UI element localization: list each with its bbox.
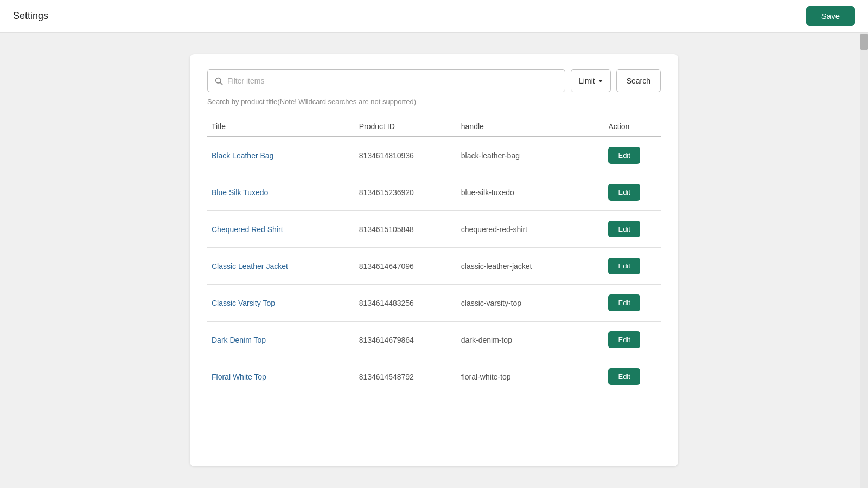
search-row: Limit Search xyxy=(207,69,661,92)
cell-title: Dark Denim Top xyxy=(207,322,355,358)
cell-title: Blue Silk Tuxedo xyxy=(207,174,355,211)
table-row: Classic Leather Jacket8134614647096class… xyxy=(207,248,661,285)
limit-button[interactable]: Limit xyxy=(571,69,611,92)
cell-action: Edit xyxy=(604,285,661,322)
page-title: Settings xyxy=(13,10,48,22)
cell-title: Classic Leather Jacket xyxy=(207,248,355,285)
cell-handle: chequered-red-shirt xyxy=(457,211,604,248)
main-content: Limit Search Search by product title(Not… xyxy=(0,33,868,488)
table-row: Dark Denim Top8134614679864dark-denim-to… xyxy=(207,322,661,358)
cell-product-id: 8134615105848 xyxy=(355,211,457,248)
svg-line-1 xyxy=(220,82,222,85)
col-header-title: Title xyxy=(207,117,355,137)
cell-action: Edit xyxy=(604,174,661,211)
edit-button[interactable]: Edit xyxy=(608,368,640,385)
cell-title: Chequered Red Shirt xyxy=(207,211,355,248)
table-header: Title Product ID handle Action xyxy=(207,117,661,137)
search-input[interactable] xyxy=(227,76,558,85)
cell-handle: blue-silk-tuxedo xyxy=(457,174,604,211)
products-table: Title Product ID handle Action Black Lea… xyxy=(207,117,661,395)
cell-title: Floral White Top xyxy=(207,358,355,395)
product-card: Limit Search Search by product title(Not… xyxy=(190,54,678,466)
cell-action: Edit xyxy=(604,322,661,358)
edit-button[interactable]: Edit xyxy=(608,147,640,164)
col-header-action: Action xyxy=(604,117,661,137)
cell-handle: classic-varsity-top xyxy=(457,285,604,322)
edit-button[interactable]: Edit xyxy=(608,294,640,311)
cell-product-id: 8134614483256 xyxy=(355,285,457,322)
table-row: Black Leather Bag8134614810936black-leat… xyxy=(207,137,661,174)
table-body: Black Leather Bag8134614810936black-leat… xyxy=(207,137,661,395)
edit-button[interactable]: Edit xyxy=(608,221,640,237)
edit-button[interactable]: Edit xyxy=(608,258,640,274)
scrollbar-thumb[interactable] xyxy=(860,34,868,50)
cell-handle: black-leather-bag xyxy=(457,137,604,174)
cell-action: Edit xyxy=(604,248,661,285)
edit-button[interactable]: Edit xyxy=(608,331,640,348)
cell-product-id: 8134614810936 xyxy=(355,137,457,174)
cell-product-id: 8134614548792 xyxy=(355,358,457,395)
table-row: Blue Silk Tuxedo8134615236920blue-silk-t… xyxy=(207,174,661,211)
search-hint: Search by product title(Note! Wildcard s… xyxy=(207,98,661,106)
edit-button[interactable]: Edit xyxy=(608,184,640,201)
table-row: Chequered Red Shirt8134615105848chequere… xyxy=(207,211,661,248)
limit-label: Limit xyxy=(579,76,595,85)
cell-handle: floral-white-top xyxy=(457,358,604,395)
cell-product-id: 8134614679864 xyxy=(355,322,457,358)
cell-title: Classic Varsity Top xyxy=(207,285,355,322)
cell-product-id: 8134615236920 xyxy=(355,174,457,211)
cell-handle: dark-denim-top xyxy=(457,322,604,358)
cell-action: Edit xyxy=(604,358,661,395)
cell-handle: classic-leather-jacket xyxy=(457,248,604,285)
save-button[interactable]: Save xyxy=(806,6,855,26)
table-row: Floral White Top8134614548792floral-whit… xyxy=(207,358,661,395)
cell-title: Black Leather Bag xyxy=(207,137,355,174)
header: Settings Save xyxy=(0,0,868,33)
cell-action: Edit xyxy=(604,137,661,174)
cell-product-id: 8134614647096 xyxy=(355,248,457,285)
search-button[interactable]: Search xyxy=(616,69,661,92)
search-icon xyxy=(214,76,223,85)
cell-action: Edit xyxy=(604,211,661,248)
col-header-handle: handle xyxy=(457,117,604,137)
scrollbar-track[interactable] xyxy=(860,33,868,488)
chevron-down-icon xyxy=(598,80,603,82)
table-row: Classic Varsity Top8134614483256classic-… xyxy=(207,285,661,322)
col-header-product-id: Product ID xyxy=(355,117,457,137)
search-input-wrapper[interactable] xyxy=(207,69,565,92)
